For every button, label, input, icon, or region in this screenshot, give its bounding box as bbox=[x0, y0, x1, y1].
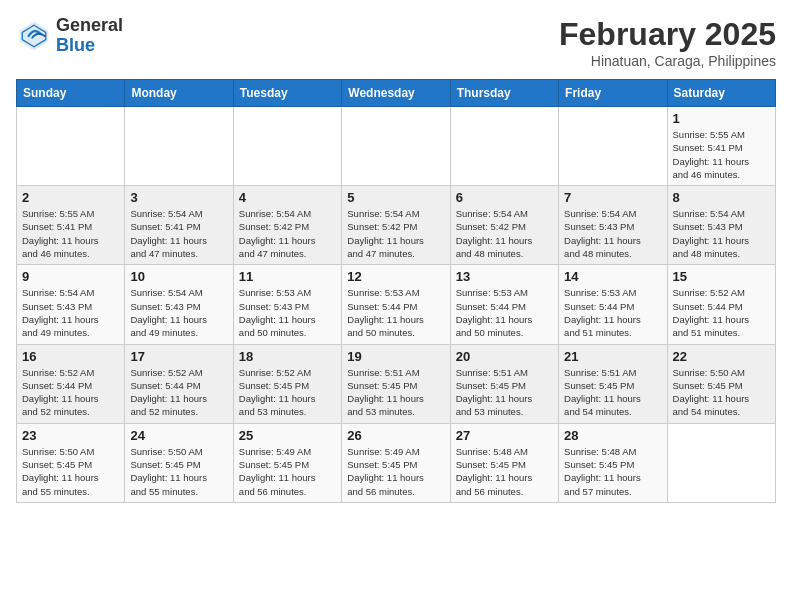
logo-text: General Blue bbox=[56, 16, 123, 56]
day-info: Sunrise: 5:54 AM Sunset: 5:43 PM Dayligh… bbox=[673, 207, 770, 260]
weekday-header-wednesday: Wednesday bbox=[342, 80, 450, 107]
calendar-cell: 17Sunrise: 5:52 AM Sunset: 5:44 PM Dayli… bbox=[125, 344, 233, 423]
day-number: 16 bbox=[22, 349, 119, 364]
day-number: 18 bbox=[239, 349, 336, 364]
day-number: 13 bbox=[456, 269, 553, 284]
calendar-week-3: 9Sunrise: 5:54 AM Sunset: 5:43 PM Daylig… bbox=[17, 265, 776, 344]
day-info: Sunrise: 5:52 AM Sunset: 5:45 PM Dayligh… bbox=[239, 366, 336, 419]
calendar-cell: 2Sunrise: 5:55 AM Sunset: 5:41 PM Daylig… bbox=[17, 186, 125, 265]
logo: General Blue bbox=[16, 16, 123, 56]
calendar-table: SundayMondayTuesdayWednesdayThursdayFrid… bbox=[16, 79, 776, 503]
calendar-week-5: 23Sunrise: 5:50 AM Sunset: 5:45 PM Dayli… bbox=[17, 423, 776, 502]
day-info: Sunrise: 5:54 AM Sunset: 5:43 PM Dayligh… bbox=[22, 286, 119, 339]
calendar-cell: 16Sunrise: 5:52 AM Sunset: 5:44 PM Dayli… bbox=[17, 344, 125, 423]
day-number: 14 bbox=[564, 269, 661, 284]
day-info: Sunrise: 5:55 AM Sunset: 5:41 PM Dayligh… bbox=[22, 207, 119, 260]
day-number: 6 bbox=[456, 190, 553, 205]
calendar-cell: 5Sunrise: 5:54 AM Sunset: 5:42 PM Daylig… bbox=[342, 186, 450, 265]
day-info: Sunrise: 5:50 AM Sunset: 5:45 PM Dayligh… bbox=[22, 445, 119, 498]
title-block: February 2025 Hinatuan, Caraga, Philippi… bbox=[559, 16, 776, 69]
calendar-cell bbox=[667, 423, 775, 502]
calendar-cell: 12Sunrise: 5:53 AM Sunset: 5:44 PM Dayli… bbox=[342, 265, 450, 344]
day-info: Sunrise: 5:48 AM Sunset: 5:45 PM Dayligh… bbox=[456, 445, 553, 498]
day-number: 15 bbox=[673, 269, 770, 284]
day-number: 4 bbox=[239, 190, 336, 205]
day-number: 25 bbox=[239, 428, 336, 443]
calendar-cell: 27Sunrise: 5:48 AM Sunset: 5:45 PM Dayli… bbox=[450, 423, 558, 502]
calendar-cell bbox=[125, 107, 233, 186]
calendar-cell: 1Sunrise: 5:55 AM Sunset: 5:41 PM Daylig… bbox=[667, 107, 775, 186]
logo-icon bbox=[16, 18, 52, 54]
calendar-cell: 8Sunrise: 5:54 AM Sunset: 5:43 PM Daylig… bbox=[667, 186, 775, 265]
day-info: Sunrise: 5:54 AM Sunset: 5:43 PM Dayligh… bbox=[564, 207, 661, 260]
calendar-cell: 26Sunrise: 5:49 AM Sunset: 5:45 PM Dayli… bbox=[342, 423, 450, 502]
calendar-cell: 10Sunrise: 5:54 AM Sunset: 5:43 PM Dayli… bbox=[125, 265, 233, 344]
day-number: 22 bbox=[673, 349, 770, 364]
day-number: 9 bbox=[22, 269, 119, 284]
day-info: Sunrise: 5:54 AM Sunset: 5:42 PM Dayligh… bbox=[239, 207, 336, 260]
day-number: 21 bbox=[564, 349, 661, 364]
day-number: 17 bbox=[130, 349, 227, 364]
calendar-cell: 13Sunrise: 5:53 AM Sunset: 5:44 PM Dayli… bbox=[450, 265, 558, 344]
calendar-cell bbox=[450, 107, 558, 186]
calendar-cell: 15Sunrise: 5:52 AM Sunset: 5:44 PM Dayli… bbox=[667, 265, 775, 344]
day-number: 3 bbox=[130, 190, 227, 205]
day-info: Sunrise: 5:51 AM Sunset: 5:45 PM Dayligh… bbox=[564, 366, 661, 419]
calendar-cell: 7Sunrise: 5:54 AM Sunset: 5:43 PM Daylig… bbox=[559, 186, 667, 265]
day-info: Sunrise: 5:55 AM Sunset: 5:41 PM Dayligh… bbox=[673, 128, 770, 181]
day-number: 1 bbox=[673, 111, 770, 126]
day-info: Sunrise: 5:52 AM Sunset: 5:44 PM Dayligh… bbox=[673, 286, 770, 339]
calendar-week-2: 2Sunrise: 5:55 AM Sunset: 5:41 PM Daylig… bbox=[17, 186, 776, 265]
day-info: Sunrise: 5:53 AM Sunset: 5:44 PM Dayligh… bbox=[564, 286, 661, 339]
weekday-header-sunday: Sunday bbox=[17, 80, 125, 107]
weekday-header-friday: Friday bbox=[559, 80, 667, 107]
day-info: Sunrise: 5:49 AM Sunset: 5:45 PM Dayligh… bbox=[347, 445, 444, 498]
weekday-header-thursday: Thursday bbox=[450, 80, 558, 107]
calendar-week-1: 1Sunrise: 5:55 AM Sunset: 5:41 PM Daylig… bbox=[17, 107, 776, 186]
calendar-cell: 11Sunrise: 5:53 AM Sunset: 5:43 PM Dayli… bbox=[233, 265, 341, 344]
calendar-week-4: 16Sunrise: 5:52 AM Sunset: 5:44 PM Dayli… bbox=[17, 344, 776, 423]
weekday-header-monday: Monday bbox=[125, 80, 233, 107]
calendar-cell bbox=[17, 107, 125, 186]
day-number: 5 bbox=[347, 190, 444, 205]
day-info: Sunrise: 5:54 AM Sunset: 5:42 PM Dayligh… bbox=[347, 207, 444, 260]
day-number: 28 bbox=[564, 428, 661, 443]
calendar-cell: 20Sunrise: 5:51 AM Sunset: 5:45 PM Dayli… bbox=[450, 344, 558, 423]
calendar-cell bbox=[559, 107, 667, 186]
calendar-cell: 21Sunrise: 5:51 AM Sunset: 5:45 PM Dayli… bbox=[559, 344, 667, 423]
calendar-cell: 24Sunrise: 5:50 AM Sunset: 5:45 PM Dayli… bbox=[125, 423, 233, 502]
day-number: 27 bbox=[456, 428, 553, 443]
day-info: Sunrise: 5:48 AM Sunset: 5:45 PM Dayligh… bbox=[564, 445, 661, 498]
day-info: Sunrise: 5:54 AM Sunset: 5:41 PM Dayligh… bbox=[130, 207, 227, 260]
day-info: Sunrise: 5:54 AM Sunset: 5:43 PM Dayligh… bbox=[130, 286, 227, 339]
calendar-cell bbox=[342, 107, 450, 186]
calendar-cell bbox=[233, 107, 341, 186]
calendar-cell: 25Sunrise: 5:49 AM Sunset: 5:45 PM Dayli… bbox=[233, 423, 341, 502]
calendar-cell: 3Sunrise: 5:54 AM Sunset: 5:41 PM Daylig… bbox=[125, 186, 233, 265]
day-info: Sunrise: 5:51 AM Sunset: 5:45 PM Dayligh… bbox=[347, 366, 444, 419]
calendar-cell: 22Sunrise: 5:50 AM Sunset: 5:45 PM Dayli… bbox=[667, 344, 775, 423]
page-header: General Blue February 2025 Hinatuan, Car… bbox=[16, 16, 776, 69]
day-number: 26 bbox=[347, 428, 444, 443]
day-info: Sunrise: 5:52 AM Sunset: 5:44 PM Dayligh… bbox=[130, 366, 227, 419]
day-number: 2 bbox=[22, 190, 119, 205]
day-number: 23 bbox=[22, 428, 119, 443]
day-info: Sunrise: 5:52 AM Sunset: 5:44 PM Dayligh… bbox=[22, 366, 119, 419]
day-info: Sunrise: 5:53 AM Sunset: 5:44 PM Dayligh… bbox=[456, 286, 553, 339]
day-number: 11 bbox=[239, 269, 336, 284]
calendar-header-row: SundayMondayTuesdayWednesdayThursdayFrid… bbox=[17, 80, 776, 107]
calendar-cell: 6Sunrise: 5:54 AM Sunset: 5:42 PM Daylig… bbox=[450, 186, 558, 265]
calendar-cell: 19Sunrise: 5:51 AM Sunset: 5:45 PM Dayli… bbox=[342, 344, 450, 423]
calendar-cell: 23Sunrise: 5:50 AM Sunset: 5:45 PM Dayli… bbox=[17, 423, 125, 502]
weekday-header-saturday: Saturday bbox=[667, 80, 775, 107]
page-title: February 2025 bbox=[559, 16, 776, 53]
day-info: Sunrise: 5:50 AM Sunset: 5:45 PM Dayligh… bbox=[130, 445, 227, 498]
calendar-cell: 9Sunrise: 5:54 AM Sunset: 5:43 PM Daylig… bbox=[17, 265, 125, 344]
day-info: Sunrise: 5:53 AM Sunset: 5:44 PM Dayligh… bbox=[347, 286, 444, 339]
page-subtitle: Hinatuan, Caraga, Philippines bbox=[559, 53, 776, 69]
weekday-header-tuesday: Tuesday bbox=[233, 80, 341, 107]
day-number: 8 bbox=[673, 190, 770, 205]
calendar-cell: 28Sunrise: 5:48 AM Sunset: 5:45 PM Dayli… bbox=[559, 423, 667, 502]
calendar-cell: 14Sunrise: 5:53 AM Sunset: 5:44 PM Dayli… bbox=[559, 265, 667, 344]
day-info: Sunrise: 5:54 AM Sunset: 5:42 PM Dayligh… bbox=[456, 207, 553, 260]
